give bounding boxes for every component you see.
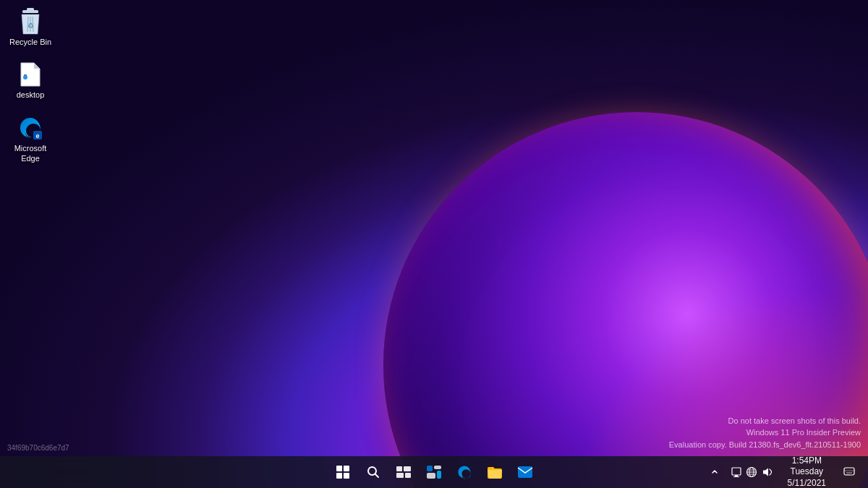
volume-icon bbox=[762, 466, 773, 478]
clock-date: 5/11/2021 bbox=[788, 478, 826, 488]
svg-rect-18 bbox=[427, 473, 435, 479]
taskview-button[interactable] bbox=[389, 458, 418, 487]
svg-text:e: e bbox=[35, 132, 39, 140]
system-tray-icon bbox=[731, 467, 741, 477]
svg-rect-19 bbox=[437, 471, 441, 479]
build-id: 34f69b70c6d6e7d7 bbox=[7, 444, 69, 452]
desktop-file-image bbox=[17, 61, 43, 87]
taskbar: 1:54PM Tuesday 5/11/2021 bbox=[0, 456, 868, 488]
microsoft-edge-icon[interactable]: e Microsoft Edge bbox=[6, 112, 55, 167]
search-button[interactable] bbox=[359, 458, 388, 487]
edge-taskbar-button[interactable] bbox=[450, 458, 479, 487]
widgets-icon bbox=[427, 466, 441, 479]
edge-icon-label: Microsoft Edge bbox=[9, 143, 52, 164]
notification-icon bbox=[843, 466, 855, 478]
file-explorer-button[interactable] bbox=[480, 458, 509, 487]
svg-rect-21 bbox=[732, 468, 741, 475]
taskbar-center bbox=[328, 458, 540, 487]
widgets-button[interactable] bbox=[420, 458, 448, 487]
mail-icon bbox=[517, 466, 533, 479]
svg-rect-1 bbox=[27, 8, 34, 11]
svg-rect-7 bbox=[24, 74, 27, 76]
desktop-file-icon[interactable]: desktop bbox=[6, 59, 55, 103]
mail-button[interactable] bbox=[511, 458, 540, 487]
svg-rect-13 bbox=[404, 466, 411, 471]
svg-rect-16 bbox=[427, 466, 433, 471]
svg-rect-20 bbox=[518, 466, 532, 478]
windows-logo-icon bbox=[336, 466, 349, 479]
desktop-file-label: desktop bbox=[17, 90, 45, 100]
file-explorer-icon bbox=[487, 465, 503, 479]
system-tray: 1:54PM Tuesday 5/11/2021 bbox=[707, 456, 868, 488]
tray-icons-group[interactable] bbox=[727, 463, 778, 481]
svg-rect-14 bbox=[396, 473, 404, 478]
taskview-icon bbox=[396, 466, 411, 478]
recycle-bin-icon[interactable]: ♻ Recycle Bin bbox=[6, 6, 55, 50]
edge-image: e bbox=[17, 115, 43, 141]
recycle-bin-image: ♻ bbox=[17, 9, 43, 35]
clock-date-day: Tuesday bbox=[791, 466, 824, 478]
tray-chevron-button[interactable] bbox=[707, 466, 723, 479]
svg-line-11 bbox=[375, 474, 379, 478]
language-icon bbox=[746, 466, 757, 478]
desktop-icons: ♻ Recycle Bin desktop bbox=[0, 0, 61, 172]
svg-rect-12 bbox=[396, 466, 402, 471]
svg-point-6 bbox=[23, 75, 27, 80]
chevron-up-icon bbox=[711, 468, 718, 476]
notification-button[interactable] bbox=[836, 458, 862, 487]
svg-rect-23 bbox=[733, 476, 739, 477]
search-icon bbox=[367, 466, 380, 479]
svg-rect-15 bbox=[405, 473, 411, 478]
svg-rect-29 bbox=[844, 468, 854, 475]
clock-time: 1:54PM bbox=[792, 455, 822, 467]
svg-text:♻: ♻ bbox=[27, 22, 34, 30]
clock-area[interactable]: 1:54PM Tuesday 5/11/2021 bbox=[782, 454, 832, 488]
start-button[interactable] bbox=[328, 458, 357, 487]
svg-rect-22 bbox=[735, 475, 738, 476]
svg-rect-17 bbox=[434, 466, 441, 469]
edge-taskbar-icon bbox=[456, 464, 472, 480]
recycle-bin-label: Recycle Bin bbox=[9, 37, 51, 47]
